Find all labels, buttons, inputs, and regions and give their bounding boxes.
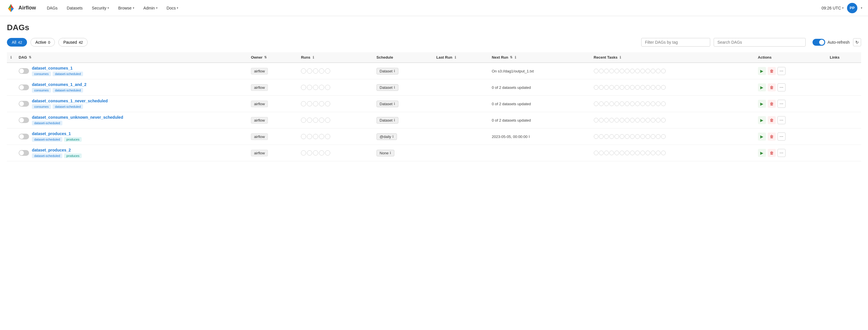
next-run-sort-icon[interactable]: ⇅ [510,56,513,59]
more-options-button[interactable]: ··· [777,67,785,75]
schedule-info-icon[interactable]: ℹ [392,134,394,139]
schedule-info-icon[interactable]: ℹ [390,151,391,155]
dag-name-2[interactable]: dataset_consumes_1_never_scheduled [32,99,108,103]
brand[interactable]: Airflow [6,3,36,13]
dag-tag[interactable]: consumes [32,71,51,76]
task-circle [625,101,629,106]
last-run-info-icon[interactable]: ℹ [455,56,456,60]
dag-sort-icon[interactable]: ⇅ [29,56,31,59]
dag-toggle-4[interactable] [19,134,29,140]
schedule-info-icon[interactable]: ℹ [394,69,395,73]
user-avatar[interactable]: PP [847,3,857,13]
task-circle [594,134,598,139]
dag-tag[interactable]: consumes [32,104,51,109]
owner-badge[interactable]: airflow [251,133,268,140]
dag-tag[interactable]: dataset-scheduled [53,71,83,76]
delete-dag-button[interactable]: 🗑 [768,100,776,108]
delete-dag-button[interactable]: 🗑 [768,149,776,157]
task-circle [656,69,660,73]
owner-badge[interactable]: airflow [251,68,268,74]
owner-badge[interactable]: airflow [251,150,268,156]
dag-toggle-0[interactable] [19,68,29,74]
more-options-button[interactable]: ··· [777,132,785,141]
recent-tasks-info-icon[interactable]: ℹ [620,56,621,60]
th-dag: DAG ⇅ [15,52,247,63]
owner-badge[interactable]: airflow [251,100,268,107]
dag-name-1[interactable]: dataset_consumes_1_and_2 [32,82,87,87]
more-options-button[interactable]: ··· [777,116,785,124]
row-actions-cell: ▶ 🗑 ··· [754,79,826,96]
dag-tag[interactable]: dataset-scheduled [53,104,83,109]
table-info-icon[interactable]: ℹ [10,56,12,60]
run-circle [313,134,318,139]
owner-sort-icon[interactable]: ⇅ [264,56,267,59]
row-next-run-cell: 0 of 2 datasets updated [488,96,590,112]
trigger-dag-button[interactable]: ▶ [758,100,766,108]
delete-dag-button[interactable]: 🗑 [768,132,776,141]
schedule-info-icon[interactable]: ℹ [394,118,395,122]
dag-tag[interactable]: dataset-scheduled [53,88,83,93]
runs-info-icon[interactable]: ℹ [313,56,314,60]
time-arrow: ▾ [842,6,843,9]
delete-dag-button[interactable]: 🗑 [768,83,776,91]
dag-tag[interactable]: dataset-scheduled [32,153,62,158]
filter-active-button[interactable]: Active 0 [30,38,55,47]
more-options-button[interactable]: ··· [777,149,785,157]
trigger-dag-button[interactable]: ▶ [758,149,766,157]
nav-datasets[interactable]: Datasets [63,3,87,13]
dag-name-5[interactable]: dataset_produces_2 [32,148,82,152]
delete-dag-button[interactable]: 🗑 [768,67,776,75]
next-run-info[interactable]: ℹ [529,134,530,139]
dag-toggle-3[interactable] [19,117,29,123]
dag-tag[interactable]: produces [64,153,82,158]
next-run-info-icon[interactable]: ℹ [515,56,516,60]
row-actions-cell: ▶ 🗑 ··· [754,128,826,145]
owner-badge[interactable]: airflow [251,84,268,91]
task-circle [651,134,655,139]
nav-dags[interactable]: DAGs [43,3,62,13]
auto-refresh-toggle[interactable] [812,39,825,46]
auto-refresh-group: Auto-refresh [812,39,849,46]
row-next-run-cell: On s3://dag1/output_1.txt [488,63,590,79]
dag-tag[interactable]: produces [64,137,82,142]
dag-toggle-5[interactable] [19,150,29,156]
task-circle [661,134,666,139]
schedule-info-icon[interactable]: ℹ [394,102,395,106]
dag-name-4[interactable]: dataset_produces_1 [32,131,82,136]
delete-dag-button[interactable]: 🗑 [768,116,776,124]
tag-filter-input[interactable] [641,38,710,47]
run-circle [307,150,312,155]
dag-tag[interactable]: dataset-scheduled [32,121,62,125]
task-circle [615,118,619,122]
dag-tag[interactable]: dataset-scheduled [32,137,62,142]
task-circle [625,118,629,122]
time-display[interactable]: 09:26 UTC ▾ [822,6,843,10]
task-circles [594,69,751,73]
trigger-dag-button[interactable]: ▶ [758,67,766,75]
search-dags-input[interactable] [714,38,806,47]
trigger-dag-button[interactable]: ▶ [758,132,766,141]
table-header: ℹ DAG ⇅ Owner ⇅ Runs [7,52,861,63]
more-options-button[interactable]: ··· [777,100,785,108]
filter-all-button[interactable]: All 42 [7,38,27,47]
user-dropdown-arrow: ▾ [861,6,862,9]
dag-tag[interactable]: consumes [32,88,51,93]
trigger-dag-button[interactable]: ▶ [758,83,766,91]
nav-docs[interactable]: Docs ▾ [163,3,183,13]
nav-browse[interactable]: Browse ▾ [114,3,138,13]
filter-paused-button[interactable]: Paused 42 [58,38,88,47]
more-options-button[interactable]: ··· [777,83,785,91]
trigger-dag-button[interactable]: ▶ [758,116,766,124]
owner-badge[interactable]: airflow [251,117,268,124]
dag-toggle-1[interactable] [19,85,29,90]
refresh-button[interactable]: ↻ [853,38,861,46]
schedule-info-icon[interactable]: ℹ [394,85,395,89]
nav-security[interactable]: Security ▾ [88,3,113,13]
task-circle [620,134,624,139]
row-links-cell [826,79,861,96]
dag-name-0[interactable]: dataset_consumes_1 [32,66,83,70]
dag-name-3[interactable]: dataset_consumes_unknown_never_scheduled [32,115,123,120]
row-runs-cell [298,128,373,145]
dag-toggle-2[interactable] [19,101,29,107]
nav-admin[interactable]: Admin ▾ [140,3,161,13]
